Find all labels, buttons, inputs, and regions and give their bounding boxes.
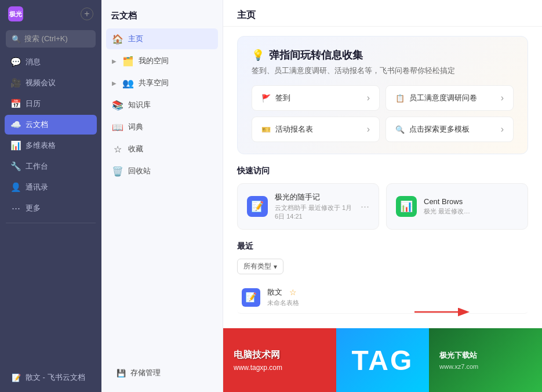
messages-icon: 💬: [10, 57, 21, 67]
cloud-nav-shared-space[interactable]: ▶ 👥 共享空间: [106, 72, 218, 93]
nav-items: 💬 消息 🎥 视频会议 📅 日历 ☁️ 云文档 📊 多维表格 🔧 工作台 👤 通…: [0, 52, 101, 218]
tag-overlay-right: 极光下载站 www.xz7.com: [429, 328, 542, 392]
filter-bar: 所有类型 ▾: [237, 259, 528, 274]
my-space-icon: 🗂️: [122, 55, 134, 67]
sidebar-item-label: 更多: [26, 203, 41, 213]
sidebar-item-label: 日历: [26, 99, 41, 109]
calendar-icon: 📅: [10, 99, 21, 109]
home-icon: 🏠: [112, 33, 123, 45]
tag-overlay: 电脑技术网 www.tagxp.com TAG 极光下载站 www.xz7.co…: [223, 328, 542, 392]
expand-arrow-icon: ▶: [112, 58, 117, 64]
main-title: 主页: [223, 0, 542, 27]
contacts-icon: 👤: [10, 182, 21, 193]
tables-icon: 📊: [10, 140, 21, 151]
star-icon: ☆: [289, 288, 297, 297]
cloud-nav-my-space[interactable]: ▶ 🗂️ 我的空间: [106, 50, 218, 71]
sidebar-item-more[interactable]: ⋯ 更多: [5, 198, 97, 218]
sidebar-item-label: 多维表格: [26, 140, 56, 151]
quick-card-icon: 📝: [247, 196, 268, 217]
shared-space-icon: 👥: [122, 77, 134, 89]
quick-card-doc1[interactable]: 📝 极光的随手记 云文档助手 最近修改于 1月6日 14:21 ···: [237, 183, 379, 230]
sidebar-item-contacts[interactable]: 👤 通讯录: [5, 177, 97, 197]
banner-card-sign-in[interactable]: 🚩 签到 ›: [252, 85, 380, 111]
sidebar-item-video[interactable]: 🎥 视频会议: [5, 73, 97, 93]
sidebar-item-label: 视频会议: [26, 78, 56, 88]
sidebar-bottom-doc[interactable]: 📝 散文 - 飞书云文档: [6, 368, 96, 387]
cloud-nav-panel: 云文档 🏠 主页 ▶ 🗂️ 我的空间 ▶ 👥 共享空间 📚 知识库 📖 词典 ☆…: [101, 0, 223, 392]
cloud-nav-items: 🏠 主页 ▶ 🗂️ 我的空间 ▶ 👥 共享空间 📚 知识库 📖 词典 ☆ 收藏 …: [101, 28, 223, 182]
more-icon: ⋯: [10, 203, 21, 213]
storage-label: 存储管理: [130, 368, 161, 378]
sidebar-bottom: 📝 散文 - 飞书云文档: [0, 363, 101, 392]
sidebar-item-label: 云文档: [26, 119, 48, 130]
banner-card-registration[interactable]: 🎫 活动报名表 ›: [252, 117, 380, 142]
cloud-nav-item-label: 回收站: [128, 166, 151, 176]
recent-item[interactable]: 📝 散文 ☆ 未命名表格: [237, 281, 528, 314]
cloud-nav-favorites[interactable]: ☆ 收藏: [106, 139, 218, 159]
banner-cards: 🚩 签到 › 📋 员工满意度调研问卷 › �: [252, 85, 514, 142]
banner-subtitle: 签到、员工满意度调研、活动报名等，飞书问卷帮你轻松搞定: [252, 66, 514, 76]
quick-card-name: 极光的随手记: [275, 192, 354, 202]
cloud-nav-dictionary[interactable]: 📖 词典: [106, 117, 218, 137]
cloud-nav-item-label: 收藏: [128, 144, 143, 154]
banner: 💡 弹指间玩转信息收集 签到、员工满意度调研、活动报名等，飞书问卷帮你轻松搞定 …: [237, 36, 528, 154]
cloud-nav-trash[interactable]: 🗑️ 回收站: [106, 161, 218, 182]
quick-card-text: 极光的随手记 云文档助手 最近修改于 1月6日 14:21: [275, 192, 354, 221]
quick-card-text: Cent Brows 极光 最近修改…: [424, 197, 518, 216]
expand-arrow-icon: ▶: [112, 80, 117, 86]
dictionary-icon: 📖: [112, 121, 123, 133]
quick-card-name: Cent Brows: [424, 197, 518, 206]
search-icon: 🔍: [12, 35, 21, 43]
storage-management[interactable]: 💾 存储管理: [111, 363, 213, 383]
add-button[interactable]: +: [81, 8, 93, 20]
search-bar[interactable]: 🔍 搜索 (Ctrl+K): [6, 30, 96, 48]
tag-right-text2: www.xz7.com: [439, 363, 532, 370]
sidebar-item-cloud-docs[interactable]: ☁️ 云文档: [5, 115, 97, 135]
sidebar-item-label: 工作台: [26, 161, 48, 172]
sign-in-label: 签到: [275, 93, 290, 103]
cloud-nav-item-label: 知识库: [128, 100, 151, 110]
filter-label: 所有类型: [243, 262, 271, 271]
main-content-wrapper: 主页 💡 弹指间玩转信息收集 签到、员工满意度调研、活动报名等，飞书问卷帮你轻松…: [223, 0, 542, 392]
trash-icon: 🗑️: [112, 165, 123, 177]
quick-card-meta: 极光 最近修改…: [424, 207, 518, 216]
favorites-icon: ☆: [112, 143, 123, 155]
sidebar-header: 极光 +: [0, 0, 101, 28]
search-label: 搜索 (Ctrl+K): [24, 34, 68, 44]
ellipsis-icon[interactable]: ···: [361, 201, 369, 213]
chevron-down-icon: ▾: [274, 263, 277, 271]
sidebar-item-messages[interactable]: 💬 消息: [5, 52, 97, 72]
workbench-icon: 🔧: [10, 161, 21, 172]
video-icon: 🎥: [10, 78, 21, 88]
cloud-nav-item-label: 我的空间: [139, 56, 169, 66]
cloud-nav-home[interactable]: 🏠 主页: [106, 28, 218, 49]
cloud-nav-bottom: 💾 存储管理: [101, 358, 223, 392]
quick-access-title: 快速访问: [237, 166, 528, 176]
quick-access: 📝 极光的随手记 云文档助手 最近修改于 1月6日 14:21 ··· 📊 Ce…: [237, 183, 528, 230]
banner-title: 💡 弹指间玩转信息收集: [252, 48, 514, 62]
quick-card-doc2[interactable]: 📊 Cent Brows 极光 最近修改…: [386, 183, 528, 230]
tag-left-text2: www.tagxp.com: [234, 364, 326, 372]
banner-card-more-templates[interactable]: 🔍 点击探索更多模板 ›: [385, 117, 514, 142]
sidebar-item-workbench[interactable]: 🔧 工作台: [5, 157, 97, 176]
explore-icon: 🔍: [395, 125, 405, 134]
chevron-right-icon: ›: [367, 124, 370, 135]
cloud-nav-title: 云文档: [101, 0, 223, 28]
sidebar-item-tables[interactable]: 📊 多维表格: [5, 136, 97, 155]
recent-title: 最近: [237, 241, 528, 252]
sidebar-item-calendar[interactable]: 📅 日历: [5, 94, 97, 114]
tag-right-text1: 极光下载站: [439, 350, 532, 361]
recent-item-name: 散文: [267, 287, 282, 297]
chevron-right-icon: ›: [501, 124, 504, 135]
app-logo: 极光: [8, 6, 23, 21]
chevron-right-icon: ›: [367, 93, 370, 103]
recent-item-icon: 📝: [242, 288, 260, 307]
cloud-nav-item-label: 共享空间: [139, 78, 169, 88]
tag-left-text1: 电脑技术网: [234, 349, 326, 361]
more-templates-label: 点击探索更多模板: [409, 124, 470, 135]
survey-icon: 📋: [395, 94, 405, 103]
banner-card-survey[interactable]: 📋 员工满意度调研问卷 ›: [385, 85, 514, 111]
cloud-nav-knowledge[interactable]: 📚 知识库: [106, 95, 218, 115]
tag-overlay-center: TAG: [336, 328, 429, 392]
filter-all-types[interactable]: 所有类型 ▾: [237, 259, 283, 274]
